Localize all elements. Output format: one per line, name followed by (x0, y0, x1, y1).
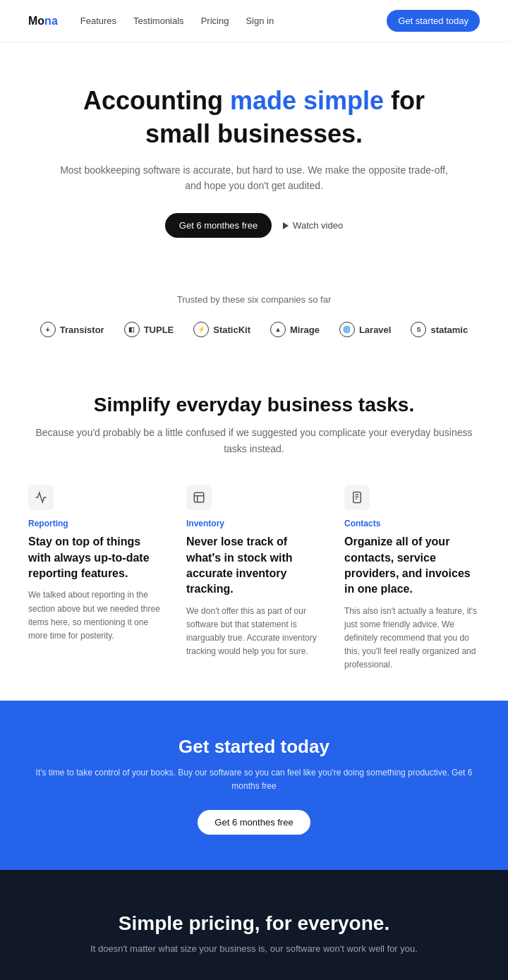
logo[interactable]: Mona (28, 15, 58, 28)
hero-watch-button[interactable]: Watch video (283, 220, 343, 231)
cta-band-button[interactable]: Get 6 monthes free (198, 810, 310, 835)
nav-features[interactable]: Features (80, 16, 116, 26)
nav-cta-button[interactable]: Get started today (387, 10, 480, 32)
features-heading: Simplify everyday business tasks. (28, 394, 480, 416)
cta-heading: Get started today (28, 736, 480, 758)
transistor-icon: + (40, 322, 56, 337)
nav-signin[interactable]: Sign in (246, 16, 274, 26)
tuple-icon: ◧ (124, 322, 140, 337)
contacts-label: Contacts (344, 519, 480, 528)
cta-band: Get started today It's time to take cont… (0, 701, 508, 870)
navbar: Mona Features Testimonials Pricing Sign … (0, 0, 508, 42)
inventory-label: Inventory (186, 519, 322, 528)
reporting-desc: We talked about reporting in the section… (28, 588, 164, 643)
pricing-section: Simple pricing, for everyone. It doesn't… (0, 870, 508, 980)
hero-cta-button[interactable]: Get 6 monthes free (165, 213, 272, 238)
pricing-heading: Simple pricing, for everyone. (28, 912, 480, 935)
logo-transistor: + Transistor (40, 322, 104, 337)
features-subheading: Because you'd probably be a little confu… (28, 425, 480, 456)
statickit-icon: ⚡ (193, 322, 209, 337)
features-grid: Reporting Stay on top of things with alw… (28, 485, 480, 672)
logo-statickit: ⚡ StaticKit (193, 322, 250, 337)
logo-statamic: S statamic (411, 322, 468, 337)
logos-row: + Transistor ◧ TUPLE ⚡ StaticKit ▲ Mirag… (28, 322, 480, 337)
statamic-icon: S (411, 322, 426, 337)
hero-section: Accounting made simple for small busines… (0, 42, 508, 266)
feature-inventory: Inventory Never lose track of what's in … (186, 485, 322, 672)
logo-laravel: 🌀 Laravel (339, 322, 392, 337)
play-icon (283, 222, 289, 229)
inventory-icon (186, 485, 212, 510)
contacts-icon (344, 485, 370, 510)
reporting-icon (28, 485, 54, 510)
hero-buttons: Get 6 monthes free Watch video (56, 213, 452, 238)
nav-links: Features Testimonials Pricing Sign in (80, 16, 387, 26)
feature-reporting: Reporting Stay on top of things with alw… (28, 485, 164, 672)
reporting-label: Reporting (28, 519, 164, 528)
contacts-title: Organize all of your contacts, service p… (344, 534, 480, 598)
contacts-desc: This also isn't actually a feature, it's… (344, 605, 480, 672)
inventory-title: Never lose track of what's in stock with… (186, 534, 322, 598)
svg-rect-0 (194, 492, 204, 502)
trusted-section: Trusted by these six companies so far + … (0, 266, 508, 351)
feature-contacts: Contacts Organize all of your contacts, … (344, 485, 480, 672)
reporting-title: Stay on top of things with always up-to-… (28, 534, 164, 581)
hero-description: Most bookkeeping software is accurate, b… (56, 162, 452, 194)
hero-heading: Accounting made simple for small busines… (56, 85, 452, 151)
logo-mirage: ▲ Mirage (270, 322, 320, 337)
laravel-icon: 🌀 (339, 322, 355, 337)
cta-description: It's time to take control of your books.… (28, 766, 480, 793)
mirage-icon: ▲ (270, 322, 286, 337)
nav-testimonials[interactable]: Testimonials (133, 16, 184, 26)
inventory-desc: We don't offer this as part of our softw… (186, 605, 322, 659)
features-section: Simplify everyday business tasks. Becaus… (0, 351, 508, 700)
trusted-label: Trusted by these six companies so far (28, 294, 480, 305)
pricing-subheading: It doesn't matter what size your busines… (28, 943, 480, 954)
logo-tuple: ◧ TUPLE (124, 322, 174, 337)
nav-pricing[interactable]: Pricing (201, 16, 229, 26)
